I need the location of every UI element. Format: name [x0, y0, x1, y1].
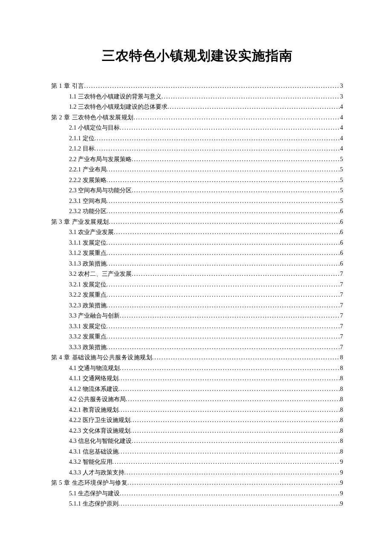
toc-leader-dots — [132, 269, 340, 280]
toc-entry[interactable]: 4.1 交通与物流规划 8 — [51, 363, 343, 374]
toc-entry-page: 7 — [340, 301, 343, 311]
toc-entry[interactable]: 1.2 三农特色小镇规划建设的总体要求 4 — [51, 102, 343, 113]
toc-entry[interactable]: 4.2 公共服务设施布局 8 — [51, 394, 343, 405]
toc-leader-dots — [107, 290, 340, 301]
toc-entry[interactable]: 3.2 农村二、三产业发展 7 — [51, 269, 343, 280]
toc-entry[interactable]: 2.1.1 定位 4 — [51, 133, 343, 144]
toc-leader-dots — [120, 123, 340, 133]
toc-entry[interactable]: 2.3.1 空间布局 5 — [51, 196, 343, 207]
toc-leader-dots — [120, 363, 340, 374]
toc-entry[interactable]: 3.1.2 发展重点 6 — [51, 248, 343, 259]
toc-entry[interactable]: 1.1 三农特色小镇建设的背景与意义 3 — [51, 92, 343, 102]
toc-entry[interactable]: 2.3 空间布局与功能分区 5 — [51, 185, 343, 196]
toc-entry[interactable]: 3.3.2 发展重点 7 — [51, 332, 343, 342]
toc-entry-label: 2.3 空间布局与功能分区 — [69, 185, 132, 196]
toc-leader-dots — [134, 113, 340, 123]
toc-leader-dots — [118, 447, 340, 457]
toc-leader-dots — [127, 478, 340, 489]
toc-leader-dots — [107, 332, 340, 342]
toc-entry[interactable]: 4.3 信息化与智能化建设 8 — [51, 436, 343, 447]
toc-leader-dots — [107, 259, 340, 269]
toc-entry-label: 4.2.2 医疗卫生设施规划 — [69, 415, 130, 426]
toc-entry-page: 3 — [340, 92, 343, 102]
toc-entry-label: 2.3.2 功能分区 — [69, 206, 107, 217]
toc-entry[interactable]: 3.2.2 发展重点 7 — [51, 290, 343, 301]
toc-entry[interactable]: 2.2.1 产业布局 5 — [51, 165, 343, 175]
toc-entry[interactable]: 2.2 产业布局与发展策略 5 — [51, 154, 343, 165]
toc-leader-dots — [120, 311, 340, 321]
toc-entry-page: 6 — [340, 206, 343, 217]
toc-leader-dots — [161, 92, 340, 102]
toc-leader-dots — [107, 321, 340, 332]
toc-entry-page: 9 — [340, 499, 343, 509]
toc-leader-dots — [118, 373, 340, 384]
toc-leader-dots — [130, 415, 340, 426]
toc-entry-label: 2.1 小镇定位与目标 — [69, 123, 120, 133]
toc-entry[interactable]: 3.2.1 发展定位 7 — [51, 280, 343, 290]
toc-leader-dots — [107, 301, 340, 311]
toc-entry-label: 2.3.1 空间布局 — [69, 196, 107, 207]
toc-entry-page: 7 — [340, 269, 343, 280]
toc-entry-label: 4.1.1 交通网络规划 — [69, 373, 118, 384]
toc-entry-label: 4.1 交通与物流规划 — [69, 363, 120, 374]
toc-leader-dots — [109, 217, 340, 228]
toc-entry-label: 第 1 章 引言 — [51, 81, 84, 92]
document-title: 三农特色小镇规划建设实施指南 — [51, 47, 343, 65]
toc-entry-page: 7 — [340, 321, 343, 332]
toc-entry[interactable]: 4.2.2 医疗卫生设施规划 8 — [51, 415, 343, 426]
toc-entry-page: 7 — [340, 342, 343, 353]
toc-leader-dots — [126, 394, 340, 405]
toc-entry-page: 5 — [340, 175, 343, 186]
toc-entry[interactable]: 第 4 章 基础设施与公共服务设施规划 8 — [51, 353, 343, 363]
toc-entry-page: 9 — [340, 489, 343, 499]
toc-entry-page: 5 — [340, 196, 343, 207]
toc-entry[interactable]: 2.1 小镇定位与目标 4 — [51, 123, 343, 133]
toc-entry[interactable]: 3.1.1 发展定位 6 — [51, 238, 343, 249]
toc-entry-label: 3.1.1 发展定位 — [69, 238, 107, 249]
toc-entry-page: 8 — [340, 415, 343, 426]
toc-entry-page: 9 — [340, 468, 343, 478]
toc-entry[interactable]: 4.1.2 物流体系建设 8 — [51, 384, 343, 395]
toc-entry-page: 6 — [340, 248, 343, 259]
toc-entry[interactable]: 3.3.3 政策措施 7 — [51, 342, 343, 353]
toc-entry[interactable]: 3.3 产业融合与创新 7 — [51, 311, 343, 321]
toc-entry[interactable]: 5.1.1 生态保护原则 9 — [51, 499, 343, 509]
toc-entry-page: 8 — [340, 353, 343, 363]
toc-leader-dots — [124, 468, 340, 478]
toc-entry-page: 8 — [340, 384, 343, 395]
toc-entry[interactable]: 4.3.2 智能化应用 9 — [51, 457, 343, 468]
toc-entry-label: 5.1 生态保护与建设 — [69, 489, 120, 499]
toc-entry-label: 3.2.2 发展重点 — [69, 290, 107, 301]
toc-entry[interactable]: 4.2.3 文化体育设施规划 8 — [51, 426, 343, 436]
toc-entry[interactable]: 第 2 章 三农特色小镇发展规划 4 — [51, 113, 343, 123]
toc-entry-label: 3.1.3 政策措施 — [69, 259, 107, 269]
toc-entry-label: 2.2.2 发展策略 — [69, 175, 107, 186]
toc-entry[interactable]: 第 1 章 引言 3 — [51, 81, 343, 92]
toc-entry[interactable]: 3.2.3 政策措施 7 — [51, 301, 343, 311]
toc-entry-page: 6 — [340, 238, 343, 249]
toc-leader-dots — [107, 280, 340, 290]
toc-entry[interactable]: 第 3 章 产业发展规划 6 — [51, 217, 343, 228]
toc-entry[interactable]: 3.1.3 政策措施 6 — [51, 259, 343, 269]
toc-entry-page: 9 — [340, 457, 343, 468]
toc-entry-label: 1.2 三农特色小镇规划建设的总体要求 — [69, 102, 167, 113]
toc-entry-page: 7 — [340, 280, 343, 290]
toc-entry[interactable]: 2.2.2 发展策略 5 — [51, 175, 343, 186]
toc-leader-dots — [130, 426, 340, 436]
toc-entry[interactable]: 3.3.1 发展定位 7 — [51, 321, 343, 332]
toc-entry[interactable]: 4.3.3 人才与政策支持 9 — [51, 468, 343, 478]
toc-entry-label: 5.1.1 生态保护原则 — [69, 499, 118, 509]
toc-entry[interactable]: 2.1.2 目标 4 — [51, 144, 343, 154]
toc-entry[interactable]: 4.2.1 教育设施规划 8 — [51, 405, 343, 416]
toc-entry-page: 6 — [340, 259, 343, 269]
toc-entry[interactable]: 4.1.1 交通网络规划 8 — [51, 373, 343, 384]
toc-leader-dots — [107, 248, 340, 259]
toc-leader-dots — [95, 144, 340, 154]
toc-entry[interactable]: 3.1 农业产业发展 6 — [51, 227, 343, 238]
toc-entry[interactable]: 5.1 生态保护与建设 9 — [51, 489, 343, 499]
toc-leader-dots — [84, 81, 340, 92]
toc-entry[interactable]: 4.3.1 信息基础设施 8 — [51, 447, 343, 457]
toc-entry-page: 4 — [340, 133, 343, 144]
toc-entry[interactable]: 第 5 章 生态环境保护与修复 9 — [51, 478, 343, 489]
toc-entry[interactable]: 2.3.2 功能分区 6 — [51, 206, 343, 217]
